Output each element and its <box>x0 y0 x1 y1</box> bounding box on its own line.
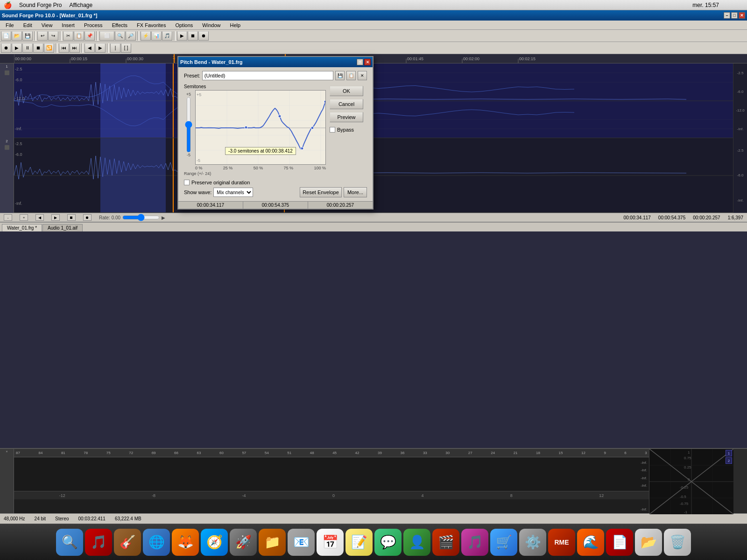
tb-zoom-in[interactable]: 🔍 <box>115 31 125 41</box>
svg-text:-0.75: -0.75 <box>680 502 689 506</box>
tb2-stop[interactable]: ⏹ <box>33 43 43 53</box>
app-name-menu[interactable]: Sound Forge Pro <box>19 2 62 8</box>
menu-effects[interactable]: Effects <box>108 21 131 29</box>
dock-photos[interactable]: 📁 <box>259 529 286 556</box>
tb2-prev[interactable]: ⏮ <box>59 43 69 53</box>
tb2-region[interactable]: [ ] <box>121 43 131 53</box>
tb-copy[interactable]: 📋 <box>74 31 84 41</box>
tb2-play[interactable]: ▶ <box>12 43 22 53</box>
tab-water[interactable]: Water_01.frg * <box>2 224 42 231</box>
dock-finder[interactable]: 🔍 <box>56 529 83 556</box>
dock-firefox[interactable]: 🦊 <box>172 529 199 556</box>
semitone-slider[interactable] <box>185 97 192 153</box>
menu-help[interactable]: Help <box>226 21 244 29</box>
dock-facetime[interactable]: 👤 <box>403 529 430 556</box>
bypass-checkbox[interactable] <box>330 127 335 133</box>
dock-rocket[interactable]: 🚀 <box>230 529 257 556</box>
preset-input[interactable]: (Untitled) <box>202 71 333 80</box>
preset-manage-btn[interactable]: 📋 <box>346 71 356 80</box>
dock-music2[interactable]: 🎸 <box>114 529 141 556</box>
rate-stop[interactable]: ⏹ <box>67 214 76 221</box>
dock-music1[interactable]: 🎵 <box>85 529 112 556</box>
cancel-button[interactable]: Cancel <box>330 99 363 109</box>
more-button[interactable]: More... <box>344 187 367 197</box>
menu-file[interactable]: File <box>2 21 18 29</box>
tb-paste[interactable]: 📌 <box>85 31 95 41</box>
tb-zoom-out[interactable]: 🔎 <box>126 31 136 41</box>
tb-pitch[interactable]: 🎵 <box>162 31 172 41</box>
dock-files[interactable]: 📂 <box>635 529 662 556</box>
tb-misc1[interactable]: ▶ <box>177 31 187 41</box>
tb-save[interactable]: 💾 <box>22 31 33 41</box>
dialog-close-button[interactable]: ✕ <box>364 59 371 65</box>
rate-play[interactable]: ▶ <box>51 214 60 221</box>
menu-window[interactable]: Window <box>198 21 224 29</box>
rate-rec[interactable]: ⏺ <box>83 214 92 221</box>
tb-redo[interactable]: ↪ <box>48 31 58 41</box>
tb-misc2[interactable]: ⏹ <box>188 31 198 41</box>
tb2-marker[interactable]: | <box>110 43 120 53</box>
minimize-button[interactable]: – <box>724 12 730 19</box>
dock-rme[interactable]: RME <box>548 529 575 556</box>
rate-slider[interactable] <box>122 214 160 221</box>
maximize-button[interactable]: □ <box>731 12 738 19</box>
tb-select[interactable]: ⬜ <box>99 31 114 41</box>
close-button[interactable]: ✕ <box>739 12 745 19</box>
dialog-body: Preset: (Untitled) 💾 📋 ✕ Semitones +5 <box>178 67 373 201</box>
preset-clear-btn[interactable]: ✕ <box>358 71 367 80</box>
lower-expand[interactable]: × <box>6 450 7 453</box>
tb-normalize[interactable]: 📊 <box>151 31 162 41</box>
tb2-in[interactable]: ◀ <box>85 43 95 53</box>
dock-trash[interactable]: 🗑️ <box>664 529 691 556</box>
tb-effect[interactable]: ⚡ <box>141 31 151 41</box>
tb-misc3[interactable]: ⏺ <box>198 31 209 41</box>
apple-icon[interactable]: 🍎 <box>4 1 12 9</box>
dialog-help-button[interactable]: ? <box>357 59 363 65</box>
tb2-pause[interactable]: ⏸ <box>22 43 33 53</box>
rate-prev[interactable]: ◀ <box>35 214 44 221</box>
preset-save-btn[interactable]: 💾 <box>335 71 345 80</box>
menu-edit[interactable]: Edit <box>20 21 36 29</box>
rate-plus[interactable]: + <box>20 214 28 221</box>
dock-safari[interactable]: 🧭 <box>201 529 228 556</box>
tb-open[interactable]: 📂 <box>12 31 22 41</box>
reset-envelope-button[interactable]: Reset Envelope <box>300 187 342 197</box>
dock-acrobat[interactable]: 📄 <box>606 529 633 556</box>
rate-minus[interactable]: - <box>4 214 12 221</box>
dock-appstore[interactable]: 🛒 <box>490 529 517 556</box>
tb-cut[interactable]: ✂ <box>63 31 73 41</box>
menu-insert[interactable]: Insert <box>58 21 78 29</box>
menu-view[interactable]: View <box>38 21 56 29</box>
tb2-record[interactable]: ⏺ <box>1 43 11 53</box>
track-1-waveform[interactable]: -2.5 -6.0 -12.0 -Inf. <box>14 63 733 138</box>
wave-select[interactable]: Mix channels <box>213 188 253 197</box>
preserve-checkbox[interactable] <box>184 180 190 185</box>
dock-messages[interactable]: 💬 <box>374 529 402 556</box>
dock-video[interactable]: 🎬 <box>432 529 459 556</box>
track-2-waveform[interactable]: -2.5 -6.0 -Inf. <box>14 138 733 213</box>
menu-fxfav[interactable]: FX Favorites <box>133 21 169 29</box>
track-2-collapse[interactable] <box>5 145 9 150</box>
tb-undo[interactable]: ↩ <box>37 31 48 41</box>
menu-options[interactable]: Options <box>171 21 197 29</box>
affichage-menu[interactable]: Affichage <box>69 2 92 8</box>
preview-button[interactable]: Preview <box>330 112 363 122</box>
tb2-next[interactable]: ⏭ <box>70 43 80 53</box>
dock-mail[interactable]: 📧 <box>288 529 315 556</box>
channel-2-btn[interactable]: 2 <box>726 457 732 464</box>
tb2-out[interactable]: ▶ <box>95 43 106 53</box>
tb-new[interactable]: 📄 <box>1 31 11 41</box>
dock-prefs[interactable]: ⚙️ <box>519 529 546 556</box>
dock-thunderbird[interactable]: 🌐 <box>143 529 170 556</box>
track-1-collapse[interactable] <box>5 70 9 75</box>
envelope-graph[interactable]: +5 -5 -3.0 semitones at 00:00:38.412 <box>195 90 326 165</box>
dock-notes[interactable]: 📝 <box>345 529 373 556</box>
dock-calendar[interactable]: 📅 <box>317 529 344 556</box>
tb2-loop[interactable]: 🔁 <box>44 43 54 53</box>
tab-audio[interactable]: Audio 1_01.aif <box>42 224 83 231</box>
ok-button[interactable]: OK <box>330 86 363 96</box>
dock-wave[interactable]: 🌊 <box>577 529 604 556</box>
menu-process[interactable]: Process <box>80 21 106 29</box>
channel-1-btn[interactable]: 1 <box>726 450 732 456</box>
dock-itunes[interactable]: 🎵 <box>461 529 488 556</box>
